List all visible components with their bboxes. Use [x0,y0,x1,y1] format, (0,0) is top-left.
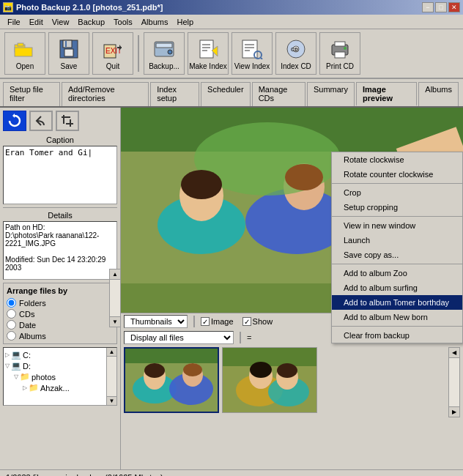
tree-item-photos[interactable]: ▽ 📁 photos [5,371,115,382]
ctx-setup-cropping[interactable]: Setup cropping [332,200,462,215]
tab-add-remove-dirs[interactable]: Add/Remove directories [62,82,149,106]
ctx-add-zoo[interactable]: Add to album Zoo [332,266,462,280]
close-button[interactable]: ✕ [448,2,460,12]
thumb-scroll-right[interactable]: ▶ [449,406,459,417]
image-checkbox-label[interactable]: ✓ Image [201,317,234,326]
thumbnails-dropdown[interactable]: Thumbnails [124,315,188,328]
expand-arrow-photos: ▽ [14,373,18,380]
open-label: Open [16,62,34,70]
radio-albums[interactable]: Albums [7,331,114,341]
tree-item-ahzak[interactable]: ▷ 📁 Ahzak... [5,382,115,393]
image-checkbox[interactable]: ✓ [201,317,210,326]
index-cd-label: Index CD [281,62,311,70]
tab-scheduler[interactable]: Scheduler [201,82,251,106]
svg-point-58 [144,363,165,378]
menu-edit[interactable]: Edit [25,16,48,28]
status-bar: 1/2633 files require backup (0/1625 Mbyt… [0,469,463,476]
display-dropdown[interactable]: Display all files Display selected Displ… [124,331,234,344]
details-box: Path on HD: D:\photos\Park raanana\122-2… [3,221,117,280]
ctx-rotate-ccw[interactable]: Rotate counter clockwise [332,167,462,182]
arrange-section: Arrange files by Folders CDs Date Albums [3,283,117,344]
backup-icon [152,37,176,61]
index-cd-icon: CD [284,37,308,61]
quit-button[interactable]: EXIT Quit [92,32,133,75]
menu-tools[interactable]: Tools [109,16,137,28]
undo-button[interactable] [29,111,53,131]
view-index-label: View Index [234,62,270,70]
tree-label-ahzak: Ahzak... [40,384,70,393]
ctx-crop[interactable]: Crop [332,185,462,200]
radio-date[interactable]: Date [7,320,114,330]
ctx-add-new-born[interactable]: Add to album New born [332,310,462,324]
minimize-button[interactable]: − [422,2,434,12]
svg-rect-2 [18,43,23,46]
save-label: Save [61,62,78,70]
svg-rect-14 [200,40,213,58]
menu-view[interactable]: View [48,16,74,28]
svg-line-24 [261,58,262,59]
svg-point-13 [168,50,172,54]
svg-point-32 [344,47,347,50]
equals-sign: = [247,333,251,342]
ctx-sep2 [332,216,462,217]
ctx-rotate-cw[interactable]: Rotate clockwise [332,152,462,167]
ctx-launch[interactable]: Launch [332,233,462,248]
status-text: 1/2633 files require backup (0/1625 Mbyt… [6,473,163,477]
details-modified: Modified: Sun Dec 14 23:20:29 2003 [5,256,115,272]
thumbnail-1[interactable] [124,347,219,413]
print-cd-button[interactable]: Print CD [319,32,360,75]
thumbnail-2[interactable] [222,347,317,413]
expand-arrow-d: ▽ [5,362,10,369]
details-path-label: Path on HD: [5,223,115,231]
backup-label: Backup... [149,62,179,70]
hdd-icon-d: 💻 [11,361,21,371]
radio-folders[interactable]: Folders [7,298,114,308]
tab-index-setup[interactable]: Index setup [150,82,199,106]
svg-rect-4 [63,40,72,48]
thumb-scroll-left[interactable]: ◀ [449,348,459,358]
menu-backup[interactable]: Backup [73,16,109,28]
backup-button[interactable]: Backup... [144,32,185,75]
view-index-icon [240,37,264,61]
ctx-save-copy[interactable]: Save copy as... [332,248,462,262]
tree-view[interactable]: ▷ 💻 C: ▽ 💻 D: ▽ 📁 photos ▷ 📁 Ahzak... [3,347,117,406]
ctx-add-tomer[interactable]: Add to album Tomer borthday [332,295,462,310]
save-button[interactable]: Save [48,32,89,75]
radio-cds[interactable]: CDs [7,309,114,319]
caption-textarea[interactable]: Eran Tomer and Gi| [3,146,117,204]
menu-help[interactable]: Help [172,16,198,28]
main-content: Caption Eran Tomer and Gi| Details Path … [0,108,463,469]
thumb-scrollbar[interactable]: ◀ ▶ [448,347,460,417]
tree-item-c[interactable]: ▷ 💻 C: [5,349,115,360]
menu-file[interactable]: File [3,16,25,28]
refresh-button[interactable] [3,111,26,131]
ctx-add-surfing[interactable]: Add to album surfing [332,280,462,295]
maximize-button[interactable]: □ [435,2,447,12]
show-checkbox[interactable]: ✓ [242,317,251,326]
action-buttons [3,111,117,131]
tab-setup-file-filter[interactable]: Setup file filter [3,82,60,106]
ctx-clear-backup[interactable]: Clear from backup [332,328,462,343]
thumb-scroll-track [449,358,459,406]
open-button[interactable]: Open [4,32,45,75]
folder-icon-ahzak: 📁 [29,383,39,393]
crop-button[interactable] [56,111,79,131]
quit-label: Quit [106,62,119,70]
details-label: Details [3,207,117,220]
menu-albums[interactable]: Albums [137,16,173,28]
svg-point-67 [277,363,297,378]
image-label: Image [211,317,234,326]
show-checkbox-label[interactable]: ✓ Show [242,317,273,326]
ctx-view-new-window[interactable]: View in new window [332,218,462,233]
svg-rect-1 [15,48,32,56]
show-label: Show [253,317,273,326]
tab-albums[interactable]: Albums [418,82,459,106]
tab-image-preview[interactable]: Image preview [356,82,417,106]
view-index-button[interactable]: View Index [232,32,273,75]
tree-item-d[interactable]: ▽ 💻 D: [5,360,115,371]
svg-text:CD: CD [291,47,298,52]
make-index-button[interactable]: Make Index [188,32,229,75]
tab-manage-cds[interactable]: Manage CDs [252,82,305,106]
tab-summary[interactable]: Summary [307,82,355,106]
index-cd-button[interactable]: CD Index CD [275,32,316,75]
